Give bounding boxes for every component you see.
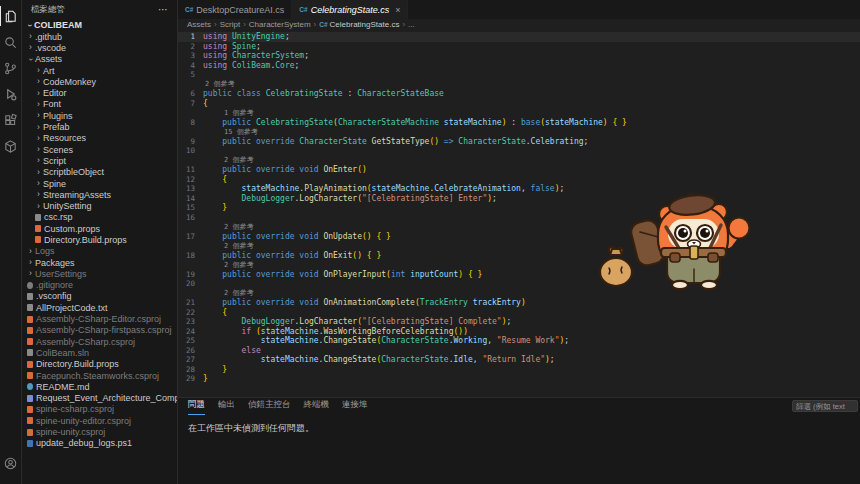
tab-desktopcreatureai-cs[interactable]: C#DesktopCreatureAI.cs: [178, 0, 292, 19]
code-line-6[interactable]: 6public class CelebratingState : Charact…: [178, 89, 860, 99]
line-number[interactable]: 26: [178, 346, 195, 355]
breadcrumb-item[interactable]: Assets: [187, 20, 211, 29]
panel-tab-連接埠[interactable]: 連接埠: [342, 399, 368, 415]
explorer-item[interactable]: csc.rsp: [22, 212, 177, 223]
explorer-item[interactable]: ›.vscode: [22, 42, 177, 53]
explorer-item[interactable]: ›Packages: [22, 257, 177, 268]
code-editor[interactable]: 1using UnityEngine;2using Spine;3using C…: [178, 30, 860, 397]
line-number[interactable]: 13: [178, 184, 195, 193]
explorer-item[interactable]: ›Font: [22, 99, 177, 110]
code-line-1[interactable]: 1using UnityEngine;: [178, 32, 860, 42]
line-number[interactable]: 29: [178, 374, 195, 383]
line-number[interactable]: 22: [178, 308, 195, 317]
explorer-item[interactable]: ›StreamingAssets: [22, 189, 177, 200]
code-line-21[interactable]: 21 public override void OnAnimationCompl…: [178, 298, 860, 308]
breadcrumb-file-item[interactable]: C#CelebratingState.cs: [319, 20, 399, 29]
desktop-pet-mascot[interactable]: [582, 185, 764, 297]
code-line-27[interactable]: 27 stateMachine.ChangeState(CharacterSta…: [178, 355, 860, 365]
explorer-item[interactable]: ›Logs: [22, 246, 177, 257]
line-number[interactable]: 1: [178, 32, 195, 41]
search-icon[interactable]: [0, 29, 22, 55]
line-number[interactable]: 23: [178, 317, 195, 326]
source-control-icon[interactable]: [0, 55, 22, 81]
line-number[interactable]: 8: [178, 118, 195, 127]
breadcrumb-item[interactable]: Script: [220, 20, 240, 29]
explorer-item[interactable]: ›CodeMonkey: [22, 76, 177, 87]
line-number[interactable]: 28: [178, 365, 195, 374]
explorer-item[interactable]: Assembly-CSharp.csproj: [22, 336, 177, 347]
code-line-24[interactable]: 24 if (stateMachine.WasWorkingBeforeCele…: [178, 327, 860, 337]
line-number[interactable]: 21: [178, 298, 195, 307]
line-number[interactable]: 7: [178, 99, 195, 108]
codelens-references-link[interactable]: 1 個參考: [178, 108, 860, 118]
code-line-22[interactable]: 22 {: [178, 308, 860, 318]
code-line-10[interactable]: 10: [178, 146, 860, 156]
codelens-references-link[interactable]: 15 個參考: [178, 127, 860, 137]
explorer-item[interactable]: Request_Event_Architecture_Complete_Repo…: [22, 393, 177, 404]
panel-tab-輸出[interactable]: 輸出: [218, 399, 235, 415]
panel-tab-終端機[interactable]: 終端機: [304, 399, 330, 415]
line-number[interactable]: 9: [178, 137, 195, 146]
code-line-9[interactable]: 9 public override CharacterState GetStat…: [178, 137, 860, 147]
extensions-icon[interactable]: [0, 107, 22, 133]
explorer-item[interactable]: README.md: [22, 381, 177, 392]
line-number[interactable]: 15: [178, 203, 195, 212]
explorer-item[interactable]: .vsconfig: [22, 291, 177, 302]
explorer-item[interactable]: spine-unity.csproj: [22, 426, 177, 437]
explorer-item[interactable]: ›UnitySetting: [22, 200, 177, 211]
line-number[interactable]: 4: [178, 61, 195, 70]
explorer-item[interactable]: ›Art: [22, 65, 177, 76]
code-line-5[interactable]: 5: [178, 70, 860, 80]
codelens-references-link[interactable]: 2 個參考: [178, 156, 860, 166]
tab-celebratingstate-cs[interactable]: C#CelebratingState.cs×: [292, 0, 408, 19]
explorer-item[interactable]: ›.github: [22, 31, 177, 42]
explorer-item[interactable]: ›Resources: [22, 133, 177, 144]
explorer-item[interactable]: ColiBeam.sln: [22, 347, 177, 358]
line-number[interactable]: 2: [178, 42, 195, 51]
explorer-item[interactable]: Directory.Build.props: [22, 359, 177, 370]
explorer-item[interactable]: Assembly-CSharp-firstpass.csproj: [22, 325, 177, 336]
code-line-28[interactable]: 28 }: [178, 365, 860, 375]
line-number[interactable]: 10: [178, 146, 195, 155]
account-icon[interactable]: [0, 450, 22, 476]
explorer-item[interactable]: ›Editor: [22, 87, 177, 98]
line-number[interactable]: 24: [178, 327, 195, 336]
unity-package-icon[interactable]: [0, 133, 22, 159]
code-line-2[interactable]: 2using Spine;: [178, 42, 860, 52]
line-number[interactable]: 5: [178, 70, 195, 79]
line-number[interactable]: 6: [178, 89, 195, 98]
line-number[interactable]: 11: [178, 165, 195, 174]
code-line-4[interactable]: 4using ColiBeam.Core;: [178, 61, 860, 71]
explorer-item[interactable]: ›UserSettings: [22, 268, 177, 279]
explorer-item[interactable]: Assembly-CSharp-Editor.csproj: [22, 313, 177, 324]
explorer-item[interactable]: ›Plugins: [22, 110, 177, 121]
panel-tab-問題[interactable]: 問題: [188, 399, 205, 415]
close-icon[interactable]: ×: [395, 5, 400, 15]
explorer-item[interactable]: .gitignore: [22, 280, 177, 291]
code-line-8[interactable]: 8 public CelebratingState(CharacterState…: [178, 118, 860, 128]
code-line-25[interactable]: 25 stateMachine.ChangeState(CharacterSta…: [178, 336, 860, 346]
explorer-item[interactable]: ›Scenes: [22, 144, 177, 155]
codelens-references-link[interactable]: 2 個參考: [178, 80, 860, 90]
explorer-item[interactable]: ›ScriptbleObject: [22, 167, 177, 178]
explorer-more-actions-button[interactable]: ⋯: [158, 4, 169, 15]
explorer-item[interactable]: ›Prefab: [22, 121, 177, 132]
line-number[interactable]: 16: [178, 213, 195, 222]
code-line-12[interactable]: 12 {: [178, 175, 860, 185]
line-number[interactable]: 17: [178, 232, 195, 241]
explorer-item[interactable]: AllProjectCode.txt: [22, 302, 177, 313]
explorer-item[interactable]: ›Assets: [22, 54, 177, 65]
explorer-item[interactable]: update_debug_logs.ps1: [22, 438, 177, 449]
line-number[interactable]: 20: [178, 279, 195, 288]
breadcrumb-item[interactable]: CharacterSystem: [249, 20, 311, 29]
code-line-7[interactable]: 7{: [178, 99, 860, 109]
code-line-23[interactable]: 23 DebugLogger.LogCharacter("[Celebratin…: [178, 317, 860, 327]
run-debug-icon[interactable]: [0, 81, 22, 107]
breadcrumb-symbol-item[interactable]: ...: [408, 20, 415, 29]
explorer-icon[interactable]: [0, 3, 22, 29]
line-number[interactable]: 19: [178, 270, 195, 279]
panel-tab-偵錯主控台[interactable]: 偵錯主控台: [248, 399, 291, 415]
explorer-item[interactable]: ›Spine: [22, 178, 177, 189]
code-line-29[interactable]: 29}: [178, 374, 860, 384]
line-number[interactable]: 27: [178, 355, 195, 364]
